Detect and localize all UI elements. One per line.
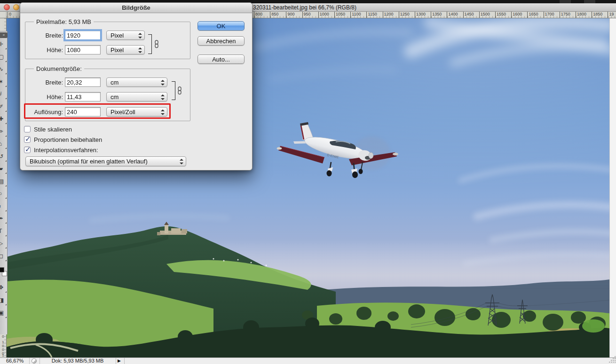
move-tool-icon: ✛: [0, 41, 3, 47]
pen-tool-icon: ✒: [0, 215, 3, 222]
constrain-proportions-label: Proportionen beibehalten: [34, 136, 102, 143]
ruler-label: 900: [286, 12, 294, 18]
collapse-panel-button[interactable]: «: [0, 32, 8, 38]
history-brush-tool-icon: ↺: [0, 153, 3, 160]
shape-tool[interactable]: ◻: [0, 252, 8, 262]
ruler-label: 950: [302, 12, 311, 18]
resample-image-checkbox[interactable]: [24, 147, 31, 153]
stepper-arrows-icon: [138, 47, 142, 54]
lasso-tool-icon: ∿: [0, 66, 3, 72]
ruler-label: 1700: [544, 12, 554, 18]
interpolation-value: Bikubisch (optimal für einen glatten Ver…: [30, 158, 148, 165]
document-title: 320311-bearbeitet.jpg bei 66,7% (RGB/8): [253, 4, 356, 11]
dodge-tool[interactable]: ◐: [0, 202, 8, 212]
divider: [124, 358, 125, 364]
ruler-label: 19: [608, 12, 614, 18]
group-legend: Pixelmaße: 5,93 MB: [34, 18, 94, 25]
crop-tool-icon: #: [0, 91, 2, 97]
shape-tool-icon: ◻: [0, 253, 3, 259]
eraser-tool-icon: ▰: [0, 165, 3, 172]
path-select-tool[interactable]: ▷: [0, 239, 8, 249]
ruler-label: 1750: [560, 12, 570, 18]
pixel-width-unit-select[interactable]: Pixel: [106, 31, 145, 40]
constrain-proportions-checkbox[interactable]: [24, 136, 31, 143]
divider: [29, 358, 30, 364]
brush-tool[interactable]: ✏: [0, 127, 8, 138]
quick-mask-tool-icon: ◨: [0, 297, 4, 303]
ruler-label: 800: [254, 12, 262, 18]
pixel-height-unit-select[interactable]: Pixel: [106, 45, 145, 54]
eyedropper-tool-icon: ✐: [0, 103, 3, 110]
ruler-label: 1800: [576, 12, 586, 18]
pixel-height-unit-value: Pixel: [111, 46, 124, 54]
zoom-level-field[interactable]: 66,67%: [6, 358, 24, 364]
image-size-dialog: Bildgröße Pixelmaße: 5,93 MB Breite: Pix…: [20, 2, 253, 170]
doc-height-unit-select[interactable]: cm: [106, 92, 167, 101]
crop-tool[interactable]: #: [0, 90, 8, 100]
minimize-window-button[interactable]: [13, 4, 19, 10]
blur-tool-icon: ○: [0, 190, 2, 197]
interpolation-select[interactable]: Bikubisch (optimal für einen glatten Ver…: [25, 156, 186, 166]
status-menu-icon[interactable]: [32, 358, 37, 364]
foreground-color-swatch[interactable]: [0, 267, 4, 272]
ruler-label: 0: [8, 12, 11, 18]
close-window-button[interactable]: [4, 4, 10, 10]
eraser-tool[interactable]: ▰: [0, 164, 8, 175]
ruler-label: 1500: [479, 12, 490, 18]
status-flyout-arrow[interactable]: ▶: [118, 358, 121, 364]
doc-width-unit-select[interactable]: cm: [106, 77, 167, 87]
healing-brush-tool-icon: ✚: [0, 116, 3, 122]
ruler-label: 1350: [431, 12, 442, 18]
hand-tool[interactable]: ✥: [0, 283, 8, 294]
top-strip-tab: [560, 0, 571, 3]
ruler-label: 1000: [318, 12, 329, 18]
brush-tool-icon: ✏: [0, 128, 3, 135]
ruler-label: 1050: [334, 12, 345, 18]
history-brush-tool[interactable]: ↺: [0, 152, 8, 163]
auto-button[interactable]: Auto...: [197, 54, 245, 64]
dialog-title[interactable]: Bildgröße: [20, 3, 252, 13]
divider: [116, 358, 116, 364]
ok-button[interactable]: OK: [197, 21, 245, 31]
type-tool[interactable]: T: [0, 227, 8, 237]
type-tool-icon: T: [0, 228, 2, 234]
ruler-label: 1150: [366, 12, 377, 18]
pixel-height-input[interactable]: [65, 45, 101, 54]
move-tool[interactable]: ✛: [0, 40, 8, 50]
ruler-label: 1550: [495, 12, 506, 18]
color-swatches[interactable]: [0, 266, 8, 279]
marquee-tool[interactable]: ▢: [0, 53, 8, 63]
doc-height-unit-value: cm: [111, 93, 118, 101]
link-icon: [154, 40, 159, 48]
stepper-arrows-icon: [180, 158, 183, 165]
eyedropper-tool[interactable]: ✐: [0, 102, 8, 113]
gradient-tool[interactable]: ▤: [0, 177, 8, 187]
ruler-label: 1450: [463, 12, 474, 18]
path-select-tool-icon: ▷: [0, 240, 3, 247]
blur-tool[interactable]: ○: [0, 189, 8, 200]
cancel-button[interactable]: Abbrechen: [197, 36, 245, 46]
doc-width-unit-value: cm: [111, 79, 118, 86]
link-bracket: [172, 81, 175, 100]
lasso-tool[interactable]: ∿: [0, 65, 8, 75]
scale-styles-label: Stile skalieren: [34, 126, 72, 133]
pen-tool[interactable]: ✒: [0, 214, 8, 225]
screen-mode-tool[interactable]: ▣: [0, 309, 8, 319]
pixel-width-unit-value: Pixel: [111, 32, 124, 39]
ruler-label: 1250: [399, 12, 410, 18]
pixel-width-input[interactable]: [65, 31, 101, 40]
clone-stamp-tool[interactable]: ⌂: [0, 139, 8, 150]
dodge-tool-icon: ◐: [0, 203, 2, 209]
ruler-label: 1650: [527, 12, 538, 18]
ruler-label: 1600: [511, 12, 522, 18]
quick-mask-tool[interactable]: ◨: [0, 296, 8, 306]
scale-styles-checkbox[interactable]: [24, 126, 31, 132]
quick-select-tool[interactable]: ✶: [0, 77, 8, 88]
resample-image-label: Interpolationsverfahren:: [34, 147, 98, 154]
healing-brush-tool[interactable]: ✚: [0, 115, 8, 125]
stepper-arrows-icon: [138, 32, 142, 39]
doc-height-input[interactable]: [65, 92, 101, 101]
clone-stamp-tool-icon: ⌂: [0, 140, 2, 147]
ruler-label: 1200: [383, 12, 394, 18]
doc-width-input[interactable]: [65, 77, 101, 87]
